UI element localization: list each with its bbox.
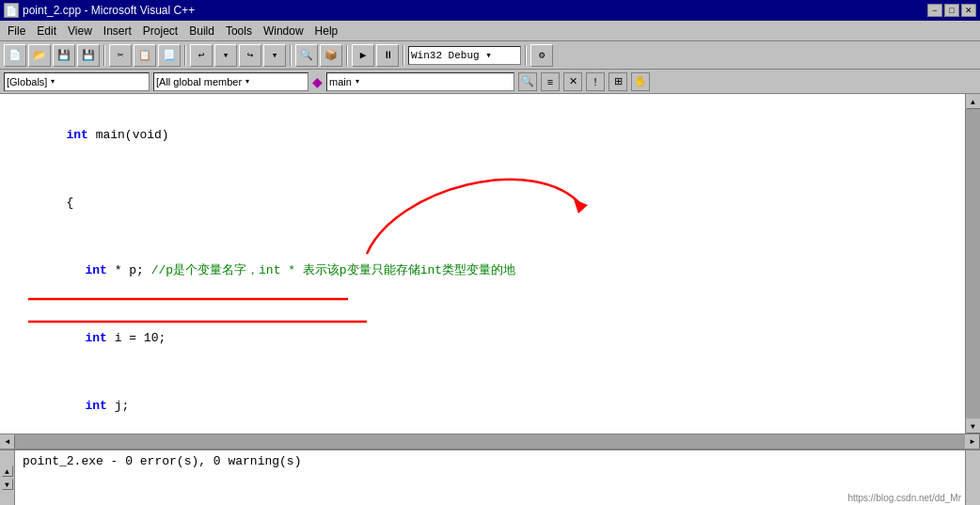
code-line-1: int main(void) (8, 102, 965, 169)
toolbar-sep-3 (290, 45, 292, 66)
menu-build[interactable]: Build (183, 23, 220, 39)
menu-help[interactable]: Help (309, 23, 344, 39)
code-line-4: int i = 10; (8, 305, 965, 372)
output-text: point_2.exe - 0 error(s), 0 warning(s) (23, 454, 301, 468)
workspace: int main(void) { int * p; //p是个变量名字，int … (0, 94, 980, 505)
scroll-left-button[interactable]: ◄ (0, 434, 15, 450)
title-icon: 📄 (4, 3, 19, 18)
run-button[interactable]: ▶ (352, 44, 374, 67)
keyword-int-main: int (66, 128, 87, 142)
maximize-button[interactable]: □ (944, 4, 959, 17)
toolbar: 📄 📂 💾 💾 ✂ 📋 📃 ↩ ▾ ↪ ▾ 🔍 📦 ▶ ⏸ Win32 Debu… (0, 41, 980, 70)
close-button[interactable]: ✕ (961, 4, 976, 17)
save-all-button[interactable]: 💾 (77, 44, 100, 67)
scroll-right-button[interactable]: ► (965, 434, 980, 450)
menu-insert[interactable]: Insert (98, 23, 137, 39)
list-icon-btn[interactable]: ≡ (541, 72, 560, 91)
pause-button[interactable]: ⏸ (376, 44, 399, 67)
toolbar-sep-2 (184, 45, 186, 66)
find-in-files[interactable]: 📦 (320, 44, 342, 67)
toolbar-sep-6 (525, 45, 527, 66)
save-button[interactable]: 💾 (53, 44, 75, 67)
menu-project[interactable]: Project (137, 23, 183, 39)
code-line-5: int j; (8, 372, 965, 434)
watermark: https://blog.csdn.net/dd_Mr (847, 493, 961, 503)
output-up-btn[interactable]: ▲ (2, 466, 13, 477)
menu-view[interactable]: View (62, 23, 98, 39)
find-button[interactable]: 🔍 (295, 44, 318, 67)
redo-button[interactable]: ↪ (239, 44, 261, 67)
title-text: point_2.cpp - Microsoft Visual C++ (23, 4, 927, 17)
cut-button[interactable]: ✂ (109, 44, 132, 67)
code-line-2: { (8, 169, 965, 237)
menu-edit[interactable]: Edit (31, 23, 62, 39)
globals-select-label: [Globals] (7, 76, 47, 87)
config-dropdown[interactable]: Win32 Debug ▾ (408, 46, 521, 65)
function-icon: ◆ (312, 74, 323, 89)
output-down-btn[interactable]: ▼ (2, 479, 13, 490)
output-content: point_2.exe - 0 error(s), 0 warning(s) h… (15, 450, 965, 505)
members-arrow-icon: ▾ (245, 77, 249, 86)
undo-button[interactable]: ↩ (190, 44, 213, 67)
globals-arrow-icon: ▾ (51, 77, 55, 86)
members-select-label: [All global member (156, 76, 242, 87)
copy-button[interactable]: 📋 (134, 44, 156, 67)
editor-area: int main(void) { int * p; //p是个变量名字，int … (0, 94, 980, 434)
menu-file[interactable]: File (2, 23, 31, 39)
minimize-button[interactable]: − (927, 4, 942, 17)
horizontal-scrollbar[interactable]: ◄ ► (0, 434, 980, 449)
open-button[interactable]: 📂 (28, 44, 51, 67)
output-panel: ▲ ▼ point_2.exe - 0 error(s), 0 warning(… (0, 449, 980, 505)
close-icon-btn[interactable]: ✕ (563, 72, 582, 91)
title-bar: 📄 point_2.cpp - Microsoft Visual C++ − □… (0, 0, 980, 21)
paste-button[interactable]: 📃 (158, 44, 181, 67)
function-select[interactable]: main ▾ (326, 72, 514, 91)
exclaim-icon-btn[interactable]: ! (586, 72, 605, 91)
scroll-track[interactable] (966, 109, 981, 418)
globals-bar: [Globals] ▾ [All global member ▾ ◆ main … (0, 70, 980, 94)
code-editor[interactable]: int main(void) { int * p; //p是个变量名字，int … (0, 94, 965, 434)
redo-dropdown[interactable]: ▾ (263, 44, 286, 67)
output-left-bar: ▲ ▼ (0, 450, 15, 505)
toolbar-sep-4 (346, 45, 348, 66)
grid-icon-btn[interactable]: ⊞ (609, 72, 627, 91)
new-file-button[interactable]: 📄 (4, 44, 26, 67)
vertical-scrollbar[interactable]: ▲ ▼ (965, 94, 980, 434)
toolbar-sep-5 (403, 45, 404, 66)
function-arrow-icon: ▾ (356, 77, 359, 86)
undo-dropdown[interactable]: ▾ (214, 44, 237, 67)
menu-window[interactable]: Window (258, 23, 309, 39)
scroll-up-button[interactable]: ▲ (966, 94, 981, 109)
title-controls: − □ ✕ (927, 4, 976, 17)
scroll-down-button[interactable]: ▼ (966, 418, 981, 434)
members-select[interactable]: [All global member ▾ (153, 72, 308, 91)
extra-btn[interactable]: ⚙ (530, 44, 553, 67)
toolbar-sep-1 (103, 45, 105, 66)
search-icon-btn[interactable]: 🔍 (518, 72, 537, 91)
hand-icon-btn[interactable]: ✋ (631, 72, 650, 91)
function-select-label: main (329, 76, 352, 87)
h-scroll-track[interactable] (15, 434, 965, 450)
config-dropdown-label: Win32 Debug ▾ (411, 49, 492, 61)
code-line-3: int * p; //p是个变量名字，int * 表示该p变量只能存储int类型… (8, 237, 965, 305)
globals-select[interactable]: [Globals] ▾ (4, 72, 150, 91)
output-scrollbar[interactable] (965, 450, 980, 505)
menu-bar: File Edit View Insert Project Build Tool… (0, 21, 980, 41)
menu-tools[interactable]: Tools (220, 23, 258, 39)
